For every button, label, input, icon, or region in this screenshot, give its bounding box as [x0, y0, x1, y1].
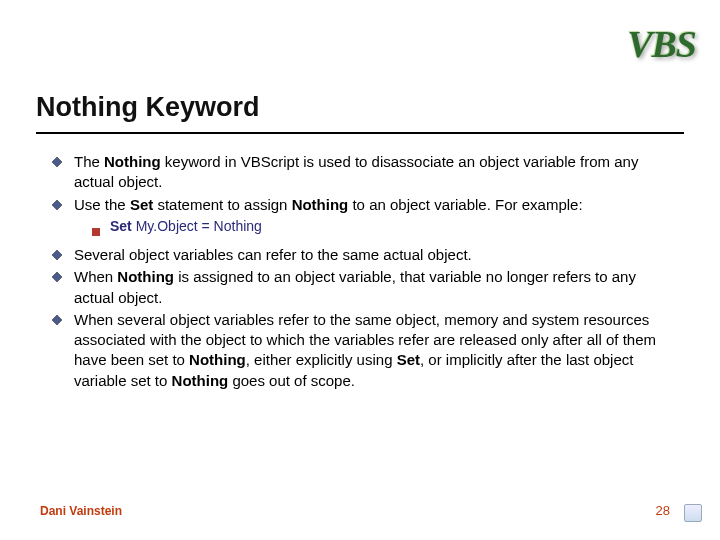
diamond-bullet-icon — [52, 152, 74, 167]
bullet-item: Several object variables can refer to th… — [52, 245, 670, 265]
square-bullet-icon — [92, 217, 110, 241]
bullet-item: When several object variables refer to t… — [52, 310, 670, 391]
vbs-logo: VBS — [627, 22, 696, 66]
title-underline — [36, 132, 684, 134]
svg-marker-4 — [52, 272, 62, 282]
slide-title: Nothing Keyword — [36, 92, 260, 123]
sub-bullet-item: Set My.Object = Nothing — [92, 217, 670, 241]
svg-rect-2 — [92, 228, 100, 236]
svg-marker-5 — [52, 315, 62, 325]
bullet-text: When several object variables refer to t… — [74, 310, 670, 391]
diamond-bullet-icon — [52, 245, 74, 260]
bullet-text: When Nothing is assigned to an object va… — [74, 267, 670, 308]
sub-bullet-text: Set My.Object = Nothing — [110, 217, 670, 236]
footer-decor-icon — [684, 504, 702, 522]
svg-marker-3 — [52, 250, 62, 260]
svg-marker-1 — [52, 200, 62, 210]
bullet-item: Use the Set statement to assign Nothing … — [52, 195, 670, 215]
bullet-text: Several object variables can refer to th… — [74, 245, 670, 265]
diamond-bullet-icon — [52, 195, 74, 210]
bullet-text: The Nothing keyword in VBScript is used … — [74, 152, 670, 193]
footer-page-number: 28 — [656, 503, 670, 518]
svg-marker-0 — [52, 157, 62, 167]
bullet-text: Use the Set statement to assign Nothing … — [74, 195, 670, 215]
bullet-item: The Nothing keyword in VBScript is used … — [52, 152, 670, 193]
bullet-item: When Nothing is assigned to an object va… — [52, 267, 670, 308]
diamond-bullet-icon — [52, 310, 74, 325]
footer-author: Dani Vainstein — [40, 504, 122, 518]
diamond-bullet-icon — [52, 267, 74, 282]
slide-body: The Nothing keyword in VBScript is used … — [52, 152, 670, 393]
